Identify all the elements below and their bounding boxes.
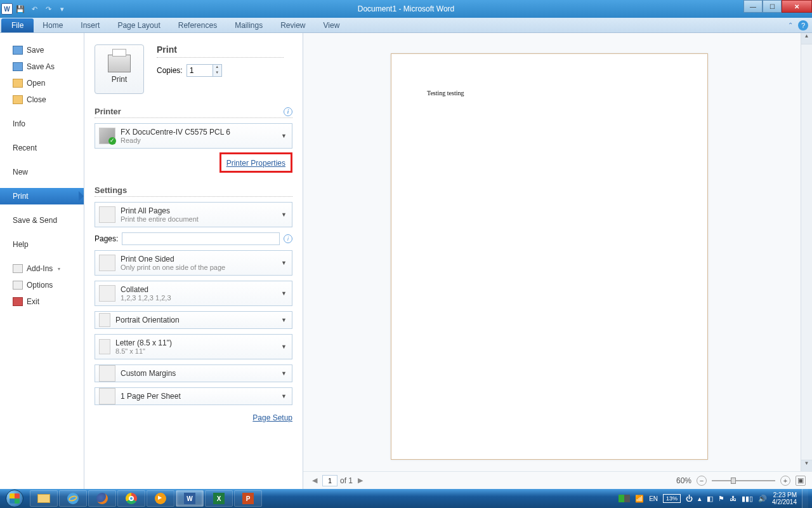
- pages-info-icon[interactable]: i: [284, 234, 292, 243]
- tab-page-layout[interactable]: Page Layout: [108, 18, 169, 32]
- cell-signal-icon[interactable]: ▮▮▯: [742, 495, 753, 503]
- taskbar-excel[interactable]: X: [205, 490, 233, 507]
- print-button[interactable]: Print: [95, 44, 144, 94]
- tray-chevron-icon[interactable]: ▴: [698, 495, 702, 503]
- printer-dropdown[interactable]: FX DocuCentre-IV C5575 PCL 6 Ready ▼: [95, 123, 292, 149]
- portrait-icon: [99, 313, 110, 327]
- quick-access-toolbar: W 💾 ↶ ↷ ▾: [0, 3, 69, 15]
- nav-open[interactable]: Open: [0, 75, 84, 91]
- prev-page-icon[interactable]: ◀: [310, 476, 320, 485]
- wifi-icon[interactable]: 📶: [635, 495, 644, 503]
- chevron-down-icon: ▼: [281, 260, 287, 266]
- qat-customize-icon[interactable]: ▾: [56, 3, 69, 15]
- printer-device-icon: [99, 128, 115, 144]
- taskbar-ie[interactable]: [59, 490, 87, 507]
- taskbar-chrome[interactable]: [117, 490, 145, 507]
- print-preview: Testing testing ▲ ▼ ◀ of 1 ▶ 60% − + ▣: [303, 33, 812, 489]
- printer-properties-link[interactable]: Printer Properties: [226, 159, 285, 168]
- save-as-icon: [13, 62, 23, 71]
- tab-home[interactable]: Home: [34, 18, 72, 32]
- zoom-in-button[interactable]: +: [780, 476, 790, 486]
- system-tray: 📶 EN 13% ⏻ ▴ ◧ ⚑ 🖧 ▮▮▯ 🔊 2:23 PM 4/2/201…: [619, 489, 812, 508]
- pages-per-sheet-dropdown[interactable]: 1 Page Per Sheet ▼: [95, 387, 292, 405]
- tab-mailings[interactable]: Mailings: [226, 18, 272, 32]
- one-sided-icon: [99, 255, 115, 271]
- signal-icon[interactable]: [619, 495, 630, 502]
- addins-icon: [13, 264, 23, 273]
- preview-content: Testing testing: [427, 90, 464, 97]
- nav-save-as[interactable]: Save As: [0, 58, 84, 75]
- taskbar-powerpoint[interactable]: P: [234, 490, 262, 507]
- orientation-dropdown[interactable]: Portrait Orientation ▼: [95, 311, 292, 329]
- nav-info[interactable]: Info: [0, 116, 84, 132]
- zoom-out-button[interactable]: −: [697, 476, 707, 486]
- nav-print[interactable]: Print: [0, 188, 84, 204]
- tab-review[interactable]: Review: [272, 18, 314, 32]
- sided-dropdown[interactable]: Print One SidedOnly print on one side of…: [95, 250, 292, 276]
- taskbar-firefox[interactable]: [88, 490, 116, 507]
- close-icon: [13, 95, 23, 104]
- printer-section-header: Printer i: [95, 107, 292, 118]
- preview-scrollbar[interactable]: ▲ ▼: [801, 33, 812, 471]
- printer-name: FX DocuCentre-IV C5575 PCL 6: [121, 128, 230, 137]
- flag-icon[interactable]: ⚑: [718, 495, 724, 503]
- next-page-icon[interactable]: ▶: [355, 476, 365, 485]
- backstage-nav: Save Save As Open Close Info Recent New …: [0, 33, 84, 489]
- print-range-dropdown[interactable]: Print All PagesPrint the entire document…: [95, 202, 292, 227]
- collate-dropdown[interactable]: Collated1,2,3 1,2,3 1,2,3 ▼: [95, 281, 292, 306]
- nav-exit[interactable]: Exit: [0, 293, 84, 310]
- tab-view[interactable]: View: [315, 18, 349, 32]
- show-desktop-button[interactable]: [802, 489, 808, 508]
- minimize-ribbon-icon[interactable]: ⌃: [788, 22, 793, 29]
- qat-save-icon[interactable]: 💾: [14, 3, 27, 15]
- copies-up-icon[interactable]: ▲: [213, 65, 221, 70]
- nav-new[interactable]: New: [0, 164, 84, 180]
- page-number-input[interactable]: [322, 475, 337, 486]
- taskbar-word[interactable]: W: [176, 490, 204, 507]
- nav-save[interactable]: Save: [0, 42, 84, 58]
- qat-redo-icon[interactable]: ↷: [42, 3, 55, 15]
- language-indicator[interactable]: EN: [649, 495, 658, 502]
- nav-addins[interactable]: Add-Ins▾: [0, 260, 84, 277]
- nav-options[interactable]: Options: [0, 277, 84, 293]
- qat-undo-icon[interactable]: ↶: [28, 3, 41, 15]
- nav-close[interactable]: Close: [0, 91, 84, 108]
- ie-icon: [67, 493, 79, 504]
- nav-save-send[interactable]: Save & Send: [0, 212, 84, 229]
- pages-input[interactable]: [122, 232, 280, 245]
- chevron-down-icon: ▼: [281, 133, 287, 139]
- tray-app-icon[interactable]: ◧: [707, 495, 713, 503]
- margins-dropdown[interactable]: Custom Margins ▼: [95, 364, 292, 382]
- zoom-slider[interactable]: [712, 480, 775, 481]
- minimize-button[interactable]: —: [743, 0, 763, 13]
- maximize-button[interactable]: ☐: [763, 0, 782, 13]
- close-button[interactable]: ✕: [782, 0, 812, 13]
- nav-help[interactable]: Help: [0, 236, 84, 253]
- tab-insert[interactable]: Insert: [72, 18, 108, 32]
- taskbar: W X P 📶 EN 13% ⏻ ▴ ◧ ⚑ 🖧 ▮▮▯ 🔊 2:23 PM 4…: [0, 489, 812, 508]
- taskbar-media-player[interactable]: [147, 490, 174, 507]
- tab-references[interactable]: References: [169, 18, 226, 32]
- power-icon[interactable]: ⏻: [686, 495, 693, 502]
- paper-size-dropdown[interactable]: Letter (8.5 x 11")8.5" x 11" ▼: [95, 334, 292, 359]
- page-of-label: of 1: [340, 476, 353, 485]
- network-icon[interactable]: 🖧: [730, 495, 737, 502]
- page-setup-link[interactable]: Page Setup: [252, 413, 292, 422]
- help-icon[interactable]: ?: [798, 20, 808, 30]
- printer-info-icon[interactable]: i: [284, 107, 292, 116]
- zoom-to-page-button[interactable]: ▣: [796, 476, 806, 486]
- window-title: Document1 - Microsoft Word: [0, 4, 812, 13]
- start-button[interactable]: [0, 489, 29, 508]
- copies-down-icon[interactable]: ▼: [213, 70, 221, 76]
- volume-icon[interactable]: 🔊: [758, 495, 767, 503]
- scroll-down-icon[interactable]: ▼: [801, 460, 812, 471]
- battery-indicator[interactable]: 13%: [663, 494, 681, 503]
- zoom-thumb[interactable]: [731, 478, 736, 484]
- scroll-up-icon[interactable]: ▲: [801, 33, 812, 44]
- clock[interactable]: 2:23 PM 4/2/2014: [772, 491, 797, 505]
- backstage: Save Save As Open Close Info Recent New …: [0, 33, 812, 489]
- taskbar-explorer[interactable]: [30, 490, 58, 507]
- word-app-icon[interactable]: W: [1, 3, 13, 15]
- tab-file[interactable]: File: [1, 18, 34, 32]
- nav-recent[interactable]: Recent: [0, 140, 84, 156]
